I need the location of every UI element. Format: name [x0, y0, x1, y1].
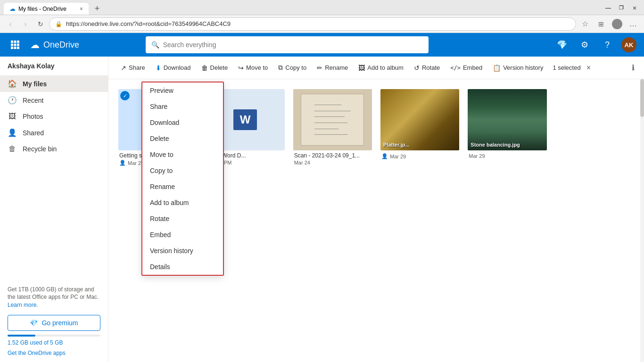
embed-button[interactable]: </> Embed	[446, 61, 487, 74]
premium-icon[interactable]: 💎	[553, 36, 570, 53]
settings-button[interactable]: ⚙	[576, 36, 593, 53]
window-controls: — ❐ ×	[603, 3, 640, 15]
search-icon: 🔍	[151, 41, 159, 49]
svg-rect-8	[17, 47, 19, 49]
close-selection-button[interactable]: ×	[584, 63, 594, 73]
svg-rect-7	[14, 47, 17, 49]
context-menu-item-delete[interactable]: Delete	[142, 131, 223, 147]
file-date: Mar 29	[469, 153, 545, 159]
context-menu-item-share[interactable]: Share	[142, 99, 223, 115]
sidebar: Akshaya Kolay 🏠 My files 🕐 Recent 🖼 Phot…	[0, 57, 108, 362]
version-history-button[interactable]: 📋 Version history	[488, 61, 548, 74]
reload-button[interactable]: ↻	[34, 17, 47, 31]
tab-close-icon[interactable]: ×	[80, 6, 83, 12]
new-tab-button[interactable]: +	[91, 3, 104, 15]
context-menu: Preview Share Download Delete Move to Co…	[141, 82, 224, 276]
collections-icon[interactable]: ⊞	[594, 17, 608, 31]
context-menu-item-preview[interactable]: Preview	[142, 82, 223, 99]
svg-rect-1	[14, 41, 17, 43]
file-info: 👤Mar 29	[380, 150, 459, 161]
sidebar-item-my-files[interactable]: 🏠 My files	[0, 75, 108, 92]
onedrive-cloud-icon: ☁	[30, 39, 40, 50]
copy-to-icon: ⧉	[278, 64, 283, 72]
delete-button[interactable]: 🗑 Delete	[197, 61, 233, 74]
info-button[interactable]: ℹ	[630, 61, 636, 74]
embed-icon: </>	[450, 65, 461, 71]
context-menu-item-add-to-album[interactable]: Add to album	[142, 195, 223, 211]
get-apps-link[interactable]: Get the OneDrive apps	[0, 348, 108, 362]
context-menu-item-rename[interactable]: Rename	[142, 179, 223, 195]
rotate-label: Rotate	[422, 64, 440, 71]
learn-more-link[interactable]: Learn more.	[8, 302, 38, 308]
file-date: Mar 24	[294, 160, 371, 165]
browser-nav-actions: ☆ ⊞ …	[578, 17, 640, 31]
add-to-album-button[interactable]: 🖼 Add to album	[354, 61, 408, 74]
content-panel: ↗ Share ⬇ Download 🗑 Delete ↪ Move to ⧉	[108, 57, 644, 362]
toolbar: ↗ Share ⬇ Download 🗑 Delete ↪ Move to ⧉	[108, 57, 644, 79]
recycle-bin-label: Recycle bin	[23, 145, 57, 153]
context-menu-item-copy-to[interactable]: Copy to	[142, 163, 223, 179]
share-icon: ↗	[121, 64, 126, 72]
browser-tab[interactable]: ☁ My files - OneDrive ×	[4, 3, 89, 15]
settings-icon[interactable]: …	[626, 17, 640, 31]
go-premium-label: Go premium	[41, 319, 78, 327]
recent-icon: 🕐	[8, 96, 17, 105]
storage-bar	[8, 335, 35, 337]
copy-to-button[interactable]: ⧉ Copy to	[273, 61, 311, 74]
context-menu-item-version-history[interactable]: Version history	[142, 243, 223, 259]
avatar[interactable]: AK	[621, 37, 636, 52]
svg-rect-3	[11, 44, 13, 46]
list-item[interactable]: Stone balancing.jpg Mar 29	[465, 87, 549, 170]
recycle-bin-icon: 🗑	[8, 145, 17, 153]
minimize-button[interactable]: —	[603, 2, 614, 14]
context-menu-item-details[interactable]: Details	[142, 259, 223, 275]
shared-icon: 👤	[8, 128, 17, 137]
add-to-album-label: Add to album	[367, 64, 404, 71]
go-premium-button[interactable]: 💎 Go premium	[8, 315, 100, 331]
maximize-button[interactable]: ❐	[616, 2, 627, 14]
rotate-icon: ↺	[414, 64, 420, 72]
context-menu-item-download[interactable]: Download	[142, 115, 223, 131]
share-button[interactable]: ↗ Share	[116, 61, 150, 74]
photos-icon: 🖼	[8, 112, 17, 121]
file-thumbnail: Stone balancing.jpg	[468, 89, 546, 150]
scrollbar-track[interactable]	[640, 79, 644, 362]
rename-button[interactable]: ✏ Rename	[312, 61, 353, 74]
close-button[interactable]: ×	[629, 2, 640, 14]
profile-icon[interactable]	[610, 17, 624, 31]
sidebar-item-recycle-bin[interactable]: 🗑 Recycle bin	[0, 141, 108, 157]
scrollbar-thumb[interactable]	[640, 79, 644, 117]
move-to-button[interactable]: ↪ Move to	[233, 61, 272, 74]
app-container: ☁ OneDrive 🔍 💎 ⚙ ? AK Akshaya Kolay 🏠 My…	[0, 33, 644, 362]
tab-favicon: ☁	[9, 5, 16, 12]
context-menu-item-embed[interactable]: Embed	[142, 227, 223, 243]
photos-label: Photos	[23, 113, 43, 120]
file-info: Mar 29	[468, 150, 546, 161]
content-area: 📄 ✓ Getting st... 👤Mar 29	[108, 79, 644, 362]
download-button[interactable]: ⬇ Download	[151, 61, 196, 74]
address-bar[interactable]: 🔒 https://onedrive.live.com/?id=root&cid…	[49, 17, 576, 31]
delete-icon: 🗑	[201, 64, 208, 72]
selected-count-area: 1 selected ×	[553, 63, 594, 73]
sidebar-item-photos[interactable]: 🖼 Photos	[0, 108, 108, 124]
waffle-menu-button[interactable]	[8, 37, 23, 52]
od-search-box[interactable]: 🔍	[146, 36, 429, 53]
context-menu-item-rotate[interactable]: Rotate	[142, 211, 223, 227]
delete-label: Delete	[210, 64, 228, 71]
sidebar-item-shared[interactable]: 👤 Shared	[0, 124, 108, 141]
favorites-icon[interactable]: ☆	[578, 17, 592, 31]
main-area: Akshaya Kolay 🏠 My files 🕐 Recent 🖼 Phot…	[0, 57, 644, 362]
rotate-button[interactable]: ↺ Rotate	[409, 61, 445, 74]
sidebar-item-recent[interactable]: 🕐 Recent	[0, 92, 108, 108]
forward-button[interactable]: ›	[19, 17, 32, 31]
list-item[interactable]: Platter.jp... 👤Mar 29	[378, 87, 462, 170]
list-item[interactable]: ────────────────────────────────────────…	[291, 87, 374, 170]
back-button[interactable]: ‹	[4, 17, 17, 31]
download-icon: ⬇	[156, 64, 161, 72]
help-button[interactable]: ?	[599, 36, 616, 53]
browser-nav-bar: ‹ › ↻ 🔒 https://onedrive.live.com/?id=ro…	[0, 15, 644, 33]
search-input[interactable]	[163, 41, 423, 49]
od-header: ☁ OneDrive 🔍 💎 ⚙ ? AK	[0, 33, 644, 57]
share-label: Share	[129, 64, 145, 71]
context-menu-item-move-to[interactable]: Move to	[142, 147, 223, 163]
